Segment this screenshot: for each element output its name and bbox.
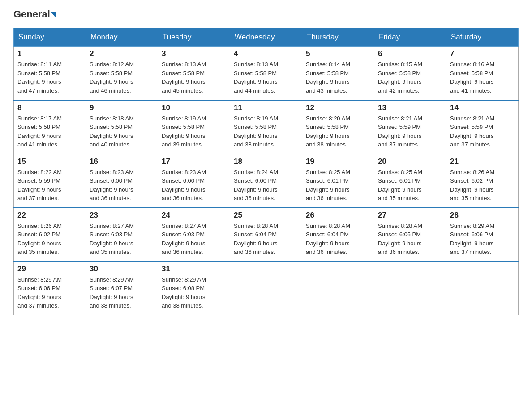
day-number: 27: [378, 211, 442, 220]
day-info: Sunrise: 8:11 AMSunset: 5:58 PMDaylight:…: [17, 60, 82, 95]
calendar-cell: 11 Sunrise: 8:19 AMSunset: 5:58 PMDaylig…: [230, 100, 302, 154]
calendar-cell: 5 Sunrise: 8:14 AMSunset: 5:58 PMDayligh…: [302, 47, 374, 100]
day-info: Sunrise: 8:25 AMSunset: 6:01 PMDaylight:…: [378, 168, 442, 203]
day-number: 30: [90, 265, 154, 274]
calendar-header-saturday: Saturday: [446, 28, 519, 47]
calendar-cell: 1 Sunrise: 8:11 AMSunset: 5:58 PMDayligh…: [14, 47, 86, 100]
calendar-cell: 13 Sunrise: 8:21 AMSunset: 5:59 PMDaylig…: [374, 100, 446, 154]
calendar-week-row: 15 Sunrise: 8:22 AMSunset: 5:59 PMDaylig…: [14, 154, 519, 208]
day-number: 14: [450, 103, 515, 112]
calendar-cell: 2 Sunrise: 8:12 AMSunset: 5:58 PMDayligh…: [86, 47, 158, 100]
day-info: Sunrise: 8:21 AMSunset: 5:59 PMDaylight:…: [450, 114, 515, 149]
calendar-cell: 4 Sunrise: 8:13 AMSunset: 5:58 PMDayligh…: [230, 47, 302, 100]
day-number: 3: [162, 49, 226, 58]
day-number: 29: [17, 265, 82, 274]
day-number: 13: [378, 103, 442, 112]
day-number: 11: [234, 103, 298, 112]
day-info: Sunrise: 8:19 AMSunset: 5:58 PMDaylight:…: [234, 114, 298, 149]
calendar-cell: 19 Sunrise: 8:25 AMSunset: 6:01 PMDaylig…: [302, 154, 374, 208]
day-info: Sunrise: 8:23 AMSunset: 6:00 PMDaylight:…: [90, 168, 154, 203]
calendar-week-row: 22 Sunrise: 8:26 AMSunset: 6:02 PMDaylig…: [14, 208, 519, 261]
day-info: Sunrise: 8:28 AMSunset: 6:05 PMDaylight:…: [378, 222, 442, 257]
calendar-cell: [230, 261, 302, 315]
day-number: 18: [234, 157, 298, 166]
calendar-cell: 17 Sunrise: 8:23 AMSunset: 6:00 PMDaylig…: [158, 154, 230, 208]
calendar-week-row: 8 Sunrise: 8:17 AMSunset: 5:58 PMDayligh…: [14, 100, 519, 154]
day-number: 31: [162, 265, 226, 274]
calendar-cell: 8 Sunrise: 8:17 AMSunset: 5:58 PMDayligh…: [14, 100, 86, 154]
calendar-cell: 14 Sunrise: 8:21 AMSunset: 5:59 PMDaylig…: [446, 100, 519, 154]
day-number: 9: [90, 103, 154, 112]
calendar-cell: 20 Sunrise: 8:25 AMSunset: 6:01 PMDaylig…: [374, 154, 446, 208]
day-info: Sunrise: 8:23 AMSunset: 6:00 PMDaylight:…: [162, 168, 226, 203]
calendar-week-row: 1 Sunrise: 8:11 AMSunset: 5:58 PMDayligh…: [14, 47, 519, 100]
calendar-header-friday: Friday: [374, 28, 446, 47]
day-info: Sunrise: 8:28 AMSunset: 6:04 PMDaylight:…: [234, 222, 298, 257]
day-number: 24: [162, 211, 226, 220]
day-number: 4: [234, 49, 298, 58]
day-number: 25: [234, 211, 298, 220]
calendar-cell: [374, 261, 446, 315]
day-number: 5: [306, 49, 370, 58]
day-info: Sunrise: 8:20 AMSunset: 5:58 PMDaylight:…: [306, 114, 370, 149]
calendar-cell: 28 Sunrise: 8:29 AMSunset: 6:06 PMDaylig…: [446, 208, 519, 261]
calendar-cell: 26 Sunrise: 8:28 AMSunset: 6:04 PMDaylig…: [302, 208, 374, 261]
calendar-cell: 18 Sunrise: 8:24 AMSunset: 6:00 PMDaylig…: [230, 154, 302, 208]
day-number: 15: [17, 157, 82, 166]
day-info: Sunrise: 8:13 AMSunset: 5:58 PMDaylight:…: [162, 60, 226, 95]
day-info: Sunrise: 8:22 AMSunset: 5:59 PMDaylight:…: [17, 168, 82, 203]
calendar-header-wednesday: Wednesday: [230, 28, 302, 47]
day-number: 1: [17, 49, 82, 58]
day-number: 21: [450, 157, 515, 166]
calendar-cell: 29 Sunrise: 8:29 AMSunset: 6:06 PMDaylig…: [14, 261, 86, 315]
day-info: Sunrise: 8:15 AMSunset: 5:58 PMDaylight:…: [378, 60, 442, 95]
logo-triangle-icon: [51, 12, 56, 17]
calendar-cell: [446, 261, 519, 315]
calendar-cell: [302, 261, 374, 315]
day-info: Sunrise: 8:21 AMSunset: 5:59 PMDaylight:…: [378, 114, 442, 149]
calendar-cell: 31 Sunrise: 8:29 AMSunset: 6:08 PMDaylig…: [158, 261, 230, 315]
calendar-week-row: 29 Sunrise: 8:29 AMSunset: 6:06 PMDaylig…: [14, 261, 519, 315]
day-info: Sunrise: 8:17 AMSunset: 5:58 PMDaylight:…: [17, 114, 82, 149]
calendar-cell: 27 Sunrise: 8:28 AMSunset: 6:05 PMDaylig…: [374, 208, 446, 261]
day-info: Sunrise: 8:29 AMSunset: 6:08 PMDaylight:…: [162, 275, 226, 310]
day-number: 6: [378, 49, 442, 58]
calendar-cell: 3 Sunrise: 8:13 AMSunset: 5:58 PMDayligh…: [158, 47, 230, 100]
calendar-cell: 22 Sunrise: 8:26 AMSunset: 6:02 PMDaylig…: [14, 208, 86, 261]
day-info: Sunrise: 8:14 AMSunset: 5:58 PMDaylight:…: [306, 60, 370, 95]
day-number: 17: [162, 157, 226, 166]
day-number: 26: [306, 211, 370, 220]
calendar-header-monday: Monday: [86, 28, 158, 47]
calendar-cell: 9 Sunrise: 8:18 AMSunset: 5:58 PMDayligh…: [86, 100, 158, 154]
page-header: General: [13, 9, 519, 20]
day-number: 20: [378, 157, 442, 166]
day-info: Sunrise: 8:19 AMSunset: 5:58 PMDaylight:…: [162, 114, 226, 149]
day-number: 10: [162, 103, 226, 112]
calendar-cell: 15 Sunrise: 8:22 AMSunset: 5:59 PMDaylig…: [14, 154, 86, 208]
calendar-header-tuesday: Tuesday: [158, 28, 230, 47]
day-info: Sunrise: 8:29 AMSunset: 6:06 PMDaylight:…: [17, 275, 82, 310]
day-info: Sunrise: 8:24 AMSunset: 6:00 PMDaylight:…: [234, 168, 298, 203]
day-number: 16: [90, 157, 154, 166]
logo-text: General: [13, 9, 56, 20]
day-number: 22: [17, 211, 82, 220]
day-info: Sunrise: 8:25 AMSunset: 6:01 PMDaylight:…: [306, 168, 370, 203]
day-number: 19: [306, 157, 370, 166]
day-info: Sunrise: 8:27 AMSunset: 6:03 PMDaylight:…: [162, 222, 226, 257]
day-info: Sunrise: 8:26 AMSunset: 6:02 PMDaylight:…: [17, 222, 82, 257]
day-number: 7: [450, 49, 515, 58]
day-number: 28: [450, 211, 515, 220]
day-info: Sunrise: 8:13 AMSunset: 5:58 PMDaylight:…: [234, 60, 298, 95]
day-info: Sunrise: 8:29 AMSunset: 6:07 PMDaylight:…: [90, 275, 154, 310]
day-number: 12: [306, 103, 370, 112]
day-info: Sunrise: 8:26 AMSunset: 6:02 PMDaylight:…: [450, 168, 515, 203]
day-info: Sunrise: 8:28 AMSunset: 6:04 PMDaylight:…: [306, 222, 370, 257]
day-info: Sunrise: 8:18 AMSunset: 5:58 PMDaylight:…: [90, 114, 154, 149]
calendar-cell: 30 Sunrise: 8:29 AMSunset: 6:07 PMDaylig…: [86, 261, 158, 315]
day-number: 8: [17, 103, 82, 112]
calendar-cell: 6 Sunrise: 8:15 AMSunset: 5:58 PMDayligh…: [374, 47, 446, 100]
day-number: 2: [90, 49, 154, 58]
day-info: Sunrise: 8:27 AMSunset: 6:03 PMDaylight:…: [90, 222, 154, 257]
calendar-cell: 7 Sunrise: 8:16 AMSunset: 5:58 PMDayligh…: [446, 47, 519, 100]
calendar-cell: 16 Sunrise: 8:23 AMSunset: 6:00 PMDaylig…: [86, 154, 158, 208]
